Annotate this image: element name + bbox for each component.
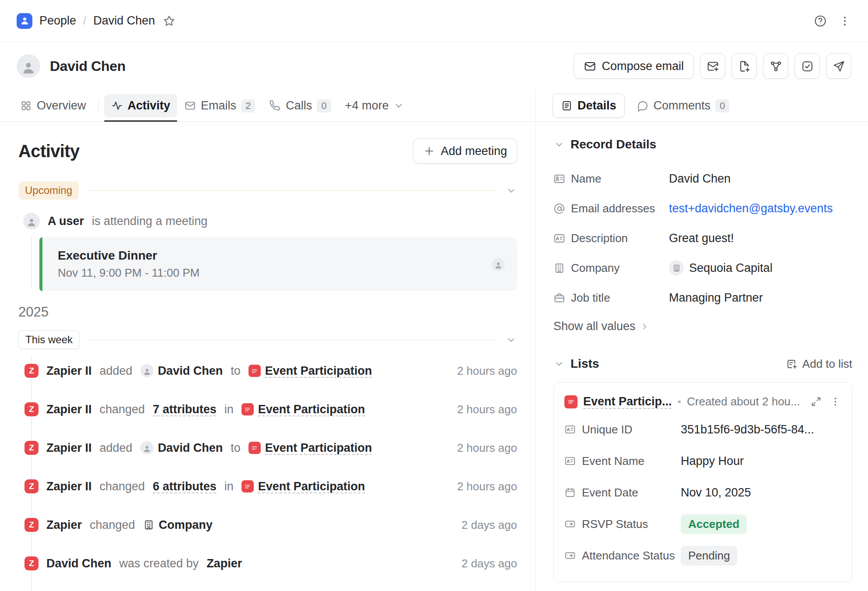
field-label: Email addresses: [571, 202, 669, 215]
unique-id-value[interactable]: 351b15f6-9d3b-56f5-84...: [681, 423, 814, 436]
field-label: Description: [571, 232, 669, 245]
actor: Zapier II: [46, 364, 92, 378]
actor: Zapier II: [46, 403, 92, 416]
list-link[interactable]: Event Participation: [248, 364, 372, 378]
meeting-card[interactable]: Executive Dinner Nov 11, 9:00 PM - 11:00…: [39, 237, 517, 291]
subject: David Chen: [46, 557, 112, 570]
tab-emails[interactable]: Emails2: [177, 90, 262, 121]
tab-activity[interactable]: Activity: [104, 90, 178, 121]
mail-icon: [584, 60, 596, 73]
create-task-button[interactable]: [794, 53, 820, 79]
tab-details[interactable]: Details: [553, 94, 625, 118]
more-menu-icon[interactable]: [838, 14, 851, 28]
person-link[interactable]: David Chen: [140, 441, 223, 455]
expand-icon[interactable]: [811, 396, 822, 407]
activity-row: Z Zapier II added David Chen to Event Pa…: [18, 429, 517, 467]
field-label: Unique ID: [582, 423, 681, 436]
event-date-value[interactable]: Nov 10, 2025: [681, 486, 751, 500]
company-value[interactable]: Sequoia Capital: [669, 260, 773, 275]
activity-panel: Activity Add meeting Upcoming A user is …: [0, 122, 536, 591]
collapse-week-icon[interactable]: [505, 334, 517, 346]
person-avatar: [140, 364, 154, 377]
rsvp-status-badge[interactable]: Accepted: [681, 514, 747, 534]
tab-more[interactable]: +4 more: [338, 90, 412, 121]
compose-email-button[interactable]: Compose email: [574, 53, 694, 79]
upcoming-block: A user is attending a meeting Executive …: [18, 213, 517, 291]
details-panel: Record Details Name David Chen Email add…: [536, 122, 868, 591]
favorite-star-icon[interactable]: [163, 14, 175, 27]
more-menu-icon[interactable]: [830, 396, 841, 408]
attendance-status-badge[interactable]: Pending: [681, 546, 737, 566]
event-participation-icon: [564, 395, 578, 408]
breadcrumb-record: David Chen: [93, 14, 155, 28]
main-tabs: Overview Activity Emails2 Calls0 +4 more: [0, 90, 536, 121]
breadcrumb-people[interactable]: People: [39, 14, 76, 28]
select-icon: [564, 518, 582, 530]
emails-count-badge: 2: [241, 99, 255, 113]
comments-count-badge: 0: [715, 99, 729, 113]
building-icon: [553, 262, 571, 274]
at-sign-icon: [553, 203, 571, 215]
detail-row-company: Company Sequoia Capital: [553, 253, 852, 283]
tabs-row: Overview Activity Emails2 Calls0 +4 more…: [0, 90, 868, 122]
attending-row: A user is attending a meeting: [18, 213, 517, 229]
activity-row: Z Zapier changed Company 2 days ago: [18, 506, 517, 544]
plus-icon: [423, 145, 435, 157]
tab-overview[interactable]: Overview: [13, 90, 93, 121]
event-name-value[interactable]: Happy Hour: [681, 454, 744, 468]
add-to-list-button[interactable]: Add to list: [786, 357, 852, 371]
record-header: David Chen Compose email: [0, 42, 868, 90]
field-label: Company: [571, 261, 669, 275]
upcoming-badge: Upcoming: [18, 181, 79, 200]
field-rsvp-status: RSVP Status Accepted: [564, 508, 841, 540]
attributes-link[interactable]: 6 attributes: [153, 480, 217, 493]
description-value[interactable]: Great guest!: [669, 232, 734, 245]
activity-row: Z Zapier II added David Chen to Event Pa…: [18, 352, 517, 390]
record-details-header[interactable]: Record Details: [553, 135, 852, 154]
field-label: Attendance Status: [582, 549, 681, 563]
divider-line: [87, 190, 497, 191]
connections-button[interactable]: [763, 53, 788, 79]
collapse-upcoming-icon[interactable]: [505, 185, 517, 197]
tab-comments[interactable]: Comments0: [629, 94, 738, 117]
mail-icon: [184, 100, 196, 112]
detail-rows: Name David Chen Email addresses test+dav…: [553, 164, 852, 313]
this-week-badge: This week: [18, 331, 80, 349]
show-all-values[interactable]: Show all values: [553, 320, 852, 333]
help-icon[interactable]: [814, 14, 827, 28]
lists-header[interactable]: Lists: [553, 354, 786, 373]
mail-plus-icon: [707, 60, 719, 73]
job-title-value[interactable]: Managing Partner: [669, 291, 763, 305]
tab-divider: [98, 99, 99, 113]
connector: to: [231, 441, 241, 455]
sequence-button[interactable]: [826, 53, 851, 79]
send-icon: [833, 60, 845, 73]
create-note-button[interactable]: [732, 53, 757, 79]
company-icon: [143, 519, 154, 531]
content: Activity Add meeting Upcoming A user is …: [0, 122, 868, 591]
attending-actor: A user: [48, 215, 84, 228]
add-meeting-button[interactable]: Add meeting: [413, 138, 517, 164]
zapier-icon: Z: [24, 518, 38, 532]
field-label: Name: [571, 172, 669, 186]
calendar-icon: [564, 487, 582, 498]
name-value[interactable]: David Chen: [669, 172, 731, 186]
list-link[interactable]: Event Participation: [242, 403, 365, 416]
text-card-icon: [553, 232, 571, 244]
list-link[interactable]: Event Participation: [248, 441, 372, 455]
briefcase-icon: [553, 292, 571, 304]
chevron-down-icon: [553, 139, 565, 150]
email-template-button[interactable]: [700, 53, 725, 79]
page-title: David Chen: [50, 58, 126, 74]
person-link[interactable]: David Chen: [140, 364, 223, 378]
attribute-link[interactable]: Company: [143, 518, 213, 532]
list-link[interactable]: Event Participation: [242, 480, 365, 493]
list-entry-name[interactable]: Event Particip...: [583, 395, 672, 408]
tab-calls[interactable]: Calls0: [262, 90, 338, 121]
select-icon: [564, 550, 582, 561]
attributes-link[interactable]: 7 attributes: [153, 403, 217, 416]
person-avatar: [140, 441, 154, 454]
this-week-divider: This week: [18, 331, 517, 349]
timestamp: 2 hours ago: [457, 403, 517, 416]
email-link[interactable]: test+davidchen@gatsby.events: [669, 202, 833, 215]
